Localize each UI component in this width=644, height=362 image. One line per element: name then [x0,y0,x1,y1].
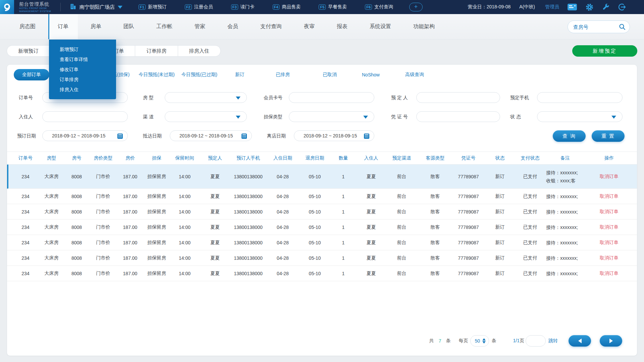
cell: 夏夏 [357,224,385,230]
stepper-arrows[interactable] [482,338,486,344]
nav-item-reports[interactable]: 报表 [327,14,357,39]
next-arrow-icon [609,339,613,343]
cancel-order-link[interactable]: 取消订单 [600,240,619,246]
per-page-suffix: 条 [492,338,496,344]
stepper-down-icon[interactable] [482,341,486,344]
menu-order-room-assign[interactable]: 订单排房 [49,74,116,84]
member-card-input[interactable] [289,93,374,103]
query-button[interactable]: 查 询 [553,130,586,142]
filter-all-orders[interactable]: 全部订单 [14,69,49,80]
cell: 大床房 [39,209,64,215]
guest-input[interactable] [43,112,127,122]
status-select[interactable] [537,111,623,122]
menu-view-order-detail[interactable]: 查看订单详情 [49,54,116,64]
prev-page-button[interactable] [569,335,591,347]
new-reservation-button[interactable]: 新增预定 [572,45,637,57]
fkey-f4-goods-sale[interactable]: F4商品售卖 [273,4,301,10]
topbar-right: 营业日：2018-09-08 A(中班) 管理员 [468,3,644,11]
table-row[interactable]: 234大床房8008门市价187.00担保留房14:00夏夏1380013800… [7,204,637,220]
cancel-order-link[interactable]: 取消订单 [600,255,619,261]
fkey-f1-new-reservation[interactable]: F1新增预订 [139,4,167,10]
column-header-18: 备注 [545,155,586,161]
filter-new-orders[interactable]: 新订 [235,72,245,78]
arrival-date-range[interactable]: 2018-09-12 ~ 2018-09-15 [170,130,252,141]
per-page-stepper[interactable]: 50 [470,335,489,347]
filter-noshow[interactable]: NoShow [362,72,380,77]
nav-item-orders[interactable]: 订单 [48,14,78,39]
tools-wrench-icon[interactable] [602,3,610,11]
f5-key-badge: F5 [319,4,326,10]
departure-date-range[interactable]: 2018-09-12 ~ 2018-09-15 [294,130,374,141]
member-card-field[interactable] [289,92,374,103]
cell: 夏夏 [357,270,385,277]
cell: 04-28 [266,225,300,230]
jump-page-input[interactable] [526,335,546,347]
prev-arrow-icon [578,339,582,343]
cancel-order-link[interactable]: 取消订单 [600,270,619,277]
nav-item-housekeeping[interactable]: 管家 [185,14,215,39]
next-page-button[interactable] [600,335,622,347]
jump-link[interactable]: 跳转 [548,338,558,344]
cancel-order-link[interactable]: 取消订单 [600,209,619,215]
menu-new-reservation[interactable]: 新增预订 [49,44,116,54]
table-row[interactable]: 234大床房8008门市价187.00担保留房14:00夏夏1380013800… [7,235,637,250]
channel-select[interactable] [165,111,247,122]
voucher-no-field[interactable] [416,111,500,122]
nav-item-members[interactable]: 会员 [218,14,248,39]
nav-item-system-settings[interactable]: 系统设置 [360,14,400,39]
cancel-order-link[interactable]: 取消订单 [600,193,619,199]
filter-cancelled[interactable]: 已取消 [323,72,337,78]
table-row[interactable]: 234大床房8008门市价187.00担保留房14:00夏夏1380013800… [7,165,637,189]
cancel-order-link[interactable]: 取消订单 [600,174,619,180]
filter-advanced-query[interactable]: 高级查询 [405,72,424,78]
f6-key-badge: F6 [365,4,372,10]
filter-today-arrivals-expired[interactable]: 今日预抵(已过期) [181,72,217,78]
add-shortcut-button[interactable]: + [409,3,423,11]
column-header-8: 预订人手机 [231,155,266,161]
room-type-select[interactable] [165,92,247,103]
menu-assign-checkin[interactable]: 排房入住 [49,84,116,95]
cell: 散客 [418,209,452,215]
reset-button[interactable]: 重 置 [592,130,625,142]
fkey-f6-payment-query[interactable]: F6支付查询 [365,4,393,10]
room-search-input[interactable] [573,24,613,30]
nav-item-payment-query[interactable]: 支付查询 [251,14,291,39]
nav-item-function-architecture[interactable]: 功能架构 [404,14,444,39]
guarantee-type-select[interactable] [289,111,374,122]
booker-phone-field[interactable] [537,92,623,103]
table-row[interactable]: 234大床房8008门市价187.00担保留房14:00夏夏1380013800… [7,266,637,281]
tab-order-room-assign[interactable]: 订单排房 [135,46,178,56]
booker-input[interactable] [417,93,500,103]
cell: 已支付 [516,240,545,246]
cancel-order-link[interactable]: 取消订单 [600,224,619,230]
cell: 担保留房 [143,255,170,261]
filter-assigned[interactable]: 已排房 [276,72,290,78]
settings-gear-icon[interactable] [585,3,594,11]
table-row[interactable]: 234大床房8008门市价187.00担保留房14:00夏夏1380013800… [7,189,637,204]
room-search-box[interactable] [568,20,630,33]
booking-date-range[interactable]: 2018-09-12 ~ 2018-09-15 [42,130,128,141]
logout-icon[interactable] [618,3,627,11]
stepper-up-icon[interactable] [482,338,486,341]
booker-phone-input[interactable] [537,93,622,103]
fkey-f3-read-keycard[interactable]: F3读门卡 [231,4,255,10]
nav-item-work-accounts[interactable]: 工作帐 [147,14,182,39]
nav-item-room-status-map[interactable]: 房态图 [10,14,45,39]
tab-assign-checkin[interactable]: 排房入住 [178,46,220,56]
tab-new-reservation[interactable]: 新增预订 [7,46,50,56]
voucher-no-input[interactable] [417,112,500,122]
nav-item-room-bills[interactable]: 房单 [81,14,111,39]
filter-today-arrivals-valid[interactable]: 今日预抵(未过期) [139,72,174,78]
store-selector[interactable]: 南宁朝阳广场店 [69,3,122,11]
booker-field[interactable] [416,92,500,103]
nav-item-groups[interactable]: 团队 [114,14,144,39]
current-user[interactable]: 管理员 [545,4,559,10]
fkey-f5-breakfast-sale[interactable]: F5早餐售卖 [319,4,347,10]
handover-card-icon[interactable] [567,3,577,11]
table-row[interactable]: 234大床房8008门市价187.00担保留房14:00夏夏1380013800… [7,220,637,235]
fkey-f2-register-member[interactable]: F2注册会员 [185,4,213,10]
nav-item-night-audit[interactable]: 夜审 [294,14,324,39]
guest-field[interactable] [42,111,128,122]
table-row[interactable]: 234大床房8008门市价187.00担保留房14:00夏夏1380013800… [7,250,637,266]
menu-modify-order[interactable]: 修改订单 [49,64,116,74]
